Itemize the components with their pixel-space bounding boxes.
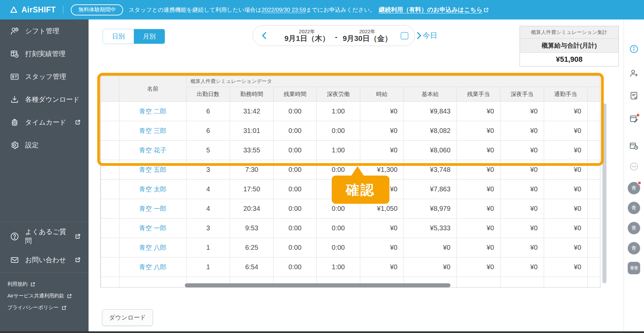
download-button[interactable]: ダウンロード (102, 309, 153, 326)
privacy-policy-link[interactable]: プライバシーポリシー (7, 302, 89, 314)
sidebar-item-timecard[interactable]: タイムカード (0, 111, 89, 134)
base-pay-cell: ¥3,748 (404, 160, 457, 180)
shift-check-button[interactable] (629, 91, 639, 100)
tab-daily[interactable]: 日別 (103, 29, 134, 44)
night-pay-cell: ¥0 (500, 199, 544, 219)
sidebar-item-label: 打刻実績管理 (25, 49, 65, 58)
range-start-year: 2022年 (284, 29, 329, 34)
staff-name-link[interactable]: 青空 太郎 (119, 180, 186, 199)
sidebar-item-time-record-management[interactable]: 打刻実績管理 (0, 42, 89, 65)
sidebar-item-label: タイムカード (25, 118, 66, 127)
staff-avatar[interactable]: 青 (628, 242, 640, 254)
external-link-icon (75, 257, 80, 263)
column-header: 手当 (588, 87, 601, 102)
staff-name-link[interactable]: 青空 二郎 (119, 102, 186, 121)
row-index-cell (101, 199, 119, 219)
table-row: 青空 八郎 1 6:54 0:00 1:00 ¥0 ¥0 ¥0 ¥0 ¥0 ¥0 (101, 257, 601, 277)
base-pay-cell: ¥8,979 (404, 199, 457, 219)
night-work-cell: 1:00 (317, 257, 360, 277)
external-link-icon (484, 7, 489, 12)
vertical-scrollbar[interactable] (602, 103, 606, 283)
table-group-header: 概算人件費シミュレーションデータ (186, 76, 601, 87)
range-separator: - (335, 33, 337, 41)
sidebar-item-downloads[interactable]: 各種ダウンロード (0, 88, 89, 111)
work-hours-cell: 9:53 (230, 219, 274, 238)
notification-dot (636, 113, 640, 117)
staff-name-link[interactable] (119, 277, 186, 288)
notification-dot (638, 181, 642, 185)
staff-name-link[interactable]: 青空 花子 (119, 141, 186, 160)
staff-avatar[interactable]: 青 (628, 222, 640, 234)
table-row: 青空 一郎 3 9:53 0:00 0:00 ¥0 ¥5,333 ¥0 ¥0 ¥… (101, 219, 601, 238)
staff-name-link[interactable]: 青空 一郎 (119, 219, 186, 238)
sidebar-item-faq[interactable]: よくあるご質問 (0, 225, 89, 248)
horizontal-scrollbar[interactable] (185, 283, 450, 287)
allowance-cell: ¥0 (588, 141, 601, 160)
summary-title: 概算人件費シミュレーション集計 (520, 26, 619, 39)
tab-monthly[interactable]: 月別 (134, 29, 165, 44)
staff-name-link[interactable]: 青空 八郎 (119, 257, 186, 277)
night-pay-cell (500, 277, 544, 288)
sidebar-legal-links: 利用規約 Airサービス共通利用約款 プライバシーポリシー (0, 273, 89, 314)
row-index-cell (101, 238, 119, 257)
staff-avatar[interactable]: 青 (628, 202, 640, 214)
work-hours-cell: 6:25 (230, 238, 274, 257)
range-end-year: 2022年 (343, 29, 392, 34)
air-common-terms-link[interactable]: Airサービス共通利用約款 (7, 290, 89, 302)
today-link[interactable]: 今日 (423, 31, 437, 41)
sidebar-item-label: スタッフ管理 (25, 72, 66, 81)
days-worked-cell: 1 (186, 257, 230, 277)
next-period-button[interactable] (415, 31, 424, 41)
add-staff-button[interactable] (629, 68, 639, 78)
info-button[interactable] (629, 44, 639, 54)
staff-name-link[interactable]: 青空 五郎 (119, 160, 186, 180)
column-header: 基本給 (404, 87, 457, 102)
days-worked-cell: 6 (186, 102, 230, 121)
table-row: 青空 八郎 1 6:25 0:00 0:00 ¥0 ¥0 ¥0 ¥0 ¥0 ¥0 (101, 238, 601, 257)
prev-period-button[interactable] (260, 31, 268, 41)
sidebar-item-shift-management[interactable]: シフト管理 (0, 19, 89, 42)
staff-avatar[interactable]: 青青 (628, 262, 640, 274)
staff-name-link[interactable]: 青空 一郎 (119, 199, 186, 219)
staff-name-link[interactable]: 青空 三郎 (119, 121, 186, 141)
table-clock-icon (10, 49, 19, 58)
chevron-right-icon (417, 32, 421, 39)
days-worked-cell: 6 (186, 121, 230, 141)
staff-avatar[interactable]: 青 (628, 182, 640, 194)
overtime-cell: 0:00 (274, 160, 317, 180)
sidebar-item-contact[interactable]: お問い合わせ (0, 248, 89, 272)
brand-name: AirSHIFT (21, 5, 56, 14)
night-pay-cell: ¥0 (500, 121, 544, 141)
labor-cost-summary: 概算人件費シミュレーション集計 概算給与合計(月計) ¥51,908 (520, 26, 619, 66)
chat-menu-button[interactable] (629, 162, 639, 171)
row-index-cell (101, 277, 119, 288)
shift-edit-button[interactable] (629, 114, 639, 124)
row-index-header (101, 76, 119, 102)
days-worked-cell: 3 (186, 219, 230, 238)
add-person-icon (629, 68, 639, 78)
column-header: 深夜手当 (500, 87, 544, 102)
days-worked-cell: 1 (186, 238, 230, 257)
row-index-cell (101, 121, 119, 141)
days-worked-cell: 4 (186, 199, 230, 219)
staff-name-link[interactable]: 青空 八郎 (119, 238, 186, 257)
shift-time-button[interactable] (629, 141, 639, 151)
table-row: 青空 二郎 6 31:42 0:00 1:00 ¥0 ¥9,843 ¥0 ¥0 … (101, 102, 601, 121)
sidebar-item-settings[interactable]: 設定 (0, 134, 89, 156)
terms-link[interactable]: 利用規約 (7, 278, 89, 290)
night-pay-cell: ¥0 (500, 180, 544, 199)
paid-signup-label: 継続利用（有料）のお申込みはこちら (379, 6, 483, 14)
deadline-link[interactable]: 2022/09/30 23:59 (262, 7, 306, 13)
night-work-cell: 1:00 (317, 102, 360, 121)
hourly-wage-cell: ¥0 (360, 238, 404, 257)
calendar-button[interactable] (399, 30, 410, 42)
paid-signup-link[interactable]: 継続利用（有料）のお申込みはこちら (379, 6, 489, 14)
sidebar-item-staff-management[interactable]: スタッフ管理 (0, 65, 89, 88)
overtime-pay-cell: ¥0 (457, 121, 500, 141)
work-hours-cell: 6:54 (230, 257, 274, 277)
work-hours-cell: 33:55 (230, 141, 274, 160)
confirm-callout: 確認 (332, 176, 389, 204)
airshift-app: AirSHIFT 無料体験期間中 スタッフとの連携機能を継続して利用したい場合は… (0, 0, 644, 333)
column-header: 時給 (360, 87, 404, 102)
overtime-cell: 0:00 (274, 238, 317, 257)
